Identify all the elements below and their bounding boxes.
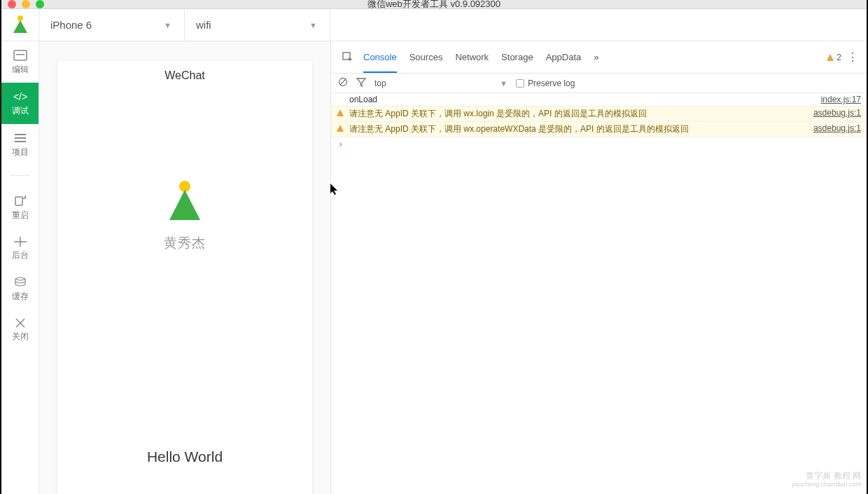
network-value: wifi	[196, 19, 211, 31]
svg-rect-1	[14, 50, 27, 60]
minimize-window-button[interactable]	[22, 0, 30, 8]
sidebar-label: 后台	[12, 249, 29, 261]
devtools-menu-button[interactable]: ⋮	[847, 50, 858, 64]
svg-rect-7	[15, 197, 22, 205]
warning-counter[interactable]: 2	[826, 53, 841, 62]
sidebar-item-close[interactable]: 关闭	[1, 310, 38, 350]
svg-line-15	[340, 79, 346, 85]
network-select[interactable]: wifi ▼	[185, 9, 330, 41]
close-window-button[interactable]	[8, 0, 16, 8]
sidebar-label: 重启	[12, 210, 29, 221]
log-message: onLoad	[349, 95, 377, 104]
restart-icon	[14, 194, 27, 207]
sidebar-label: 项目	[12, 146, 29, 158]
toolbar: iPhone 6 ▼ wifi ▼	[39, 9, 867, 41]
hello-text: Hello World	[147, 448, 223, 465]
preserve-log-toggle[interactable]: Preserve log	[516, 78, 575, 88]
tab-network[interactable]: Network	[455, 41, 489, 73]
log-source-link[interactable]: index.js:17	[821, 95, 861, 104]
sidebar-item-project[interactable]: 项目	[1, 124, 38, 165]
edit-icon	[13, 50, 27, 61]
tab-console[interactable]: Console	[363, 41, 397, 73]
sidebar-label: 调试	[12, 105, 29, 117]
svg-rect-4	[15, 134, 26, 135]
device-select[interactable]: iPhone 6 ▼	[39, 9, 185, 41]
sidebar-label: 关闭	[12, 331, 29, 343]
menu-icon	[13, 132, 27, 144]
console-output[interactable]: onLoad index.js:17 请注意无 AppID 关联下，调用 wx.…	[331, 93, 867, 494]
chevron-down-icon: ▼	[309, 21, 317, 29]
close-icon	[15, 318, 25, 328]
preserve-log-label: Preserve log	[528, 78, 575, 88]
log-source-link[interactable]: asdebug.js:1	[813, 108, 861, 120]
context-value: top	[374, 78, 386, 88]
tabs-overflow[interactable]: »	[594, 41, 598, 73]
warning-count: 2	[836, 53, 841, 62]
sidebar-item-restart[interactable]: 重启	[1, 186, 38, 228]
tab-sources[interactable]: Sources	[410, 41, 443, 73]
svg-text:</>: </>	[13, 91, 27, 102]
app-logo	[1, 9, 38, 41]
execution-context-select[interactable]: top ▼	[374, 78, 507, 88]
tab-storage[interactable]: Storage	[501, 41, 533, 73]
sidebar-item-cache[interactable]: 缓存	[1, 268, 38, 310]
checkbox-icon	[516, 79, 524, 88]
cache-icon	[14, 277, 27, 288]
tab-appdata[interactable]: AppData	[546, 41, 582, 73]
filter-button[interactable]	[356, 77, 366, 89]
sidebar-item-edit[interactable]: 编辑	[1, 41, 38, 83]
console-prompt[interactable]: ›	[331, 137, 867, 151]
svg-rect-5	[15, 137, 26, 139]
sidebar-label: 编辑	[12, 64, 29, 76]
inspect-element-button[interactable]	[340, 49, 356, 66]
console-warn-row: 请注意无 AppID 关联下，调用 wx.operateWXData 是受限的，…	[331, 122, 867, 137]
devtools-pane: Console Sources Network Storage AppData …	[330, 41, 867, 494]
debug-icon: </>	[13, 91, 28, 102]
console-log-row: onLoad index.js:17	[331, 93, 867, 107]
sidebar: 编辑 </> 调试 项目 重启 后台 缓存	[1, 9, 39, 494]
background-icon	[14, 237, 27, 247]
phone-frame: WeChat 黄秀杰 Hello World	[57, 61, 312, 494]
chevron-down-icon: ▼	[500, 79, 507, 88]
sidebar-label: 缓存	[12, 291, 29, 303]
window-title: 微信web开发者工具 v0.9.092300	[1, 0, 867, 11]
phone-header: WeChat	[57, 61, 312, 90]
avatar-tree-icon	[165, 179, 204, 223]
sidebar-item-debug[interactable]: </> 调试	[1, 83, 38, 124]
user-name: 黄秀杰	[164, 234, 206, 252]
warning-icon	[826, 53, 834, 62]
titlebar: 微信web开发者工具 v0.9.092300	[1, 0, 867, 9]
clear-console-button[interactable]	[338, 77, 348, 89]
svg-rect-2	[16, 54, 24, 55]
tree-icon	[11, 15, 29, 36]
svg-point-0	[18, 15, 23, 21]
device-value: iPhone 6	[50, 19, 92, 31]
console-warn-row: 请注意无 AppID 关联下，调用 wx.login 是受限的，API 的返回是…	[331, 107, 867, 122]
log-source-link[interactable]: asdebug.js:1	[813, 123, 861, 135]
log-message: 请注意无 AppID 关联下，调用 wx.login 是受限的，API 的返回是…	[349, 108, 647, 120]
sidebar-separator	[10, 175, 30, 176]
svg-rect-6	[15, 141, 26, 142]
simulator-pane: WeChat 黄秀杰 Hello World	[39, 41, 330, 494]
maximize-window-button[interactable]	[36, 0, 44, 8]
log-message: 请注意无 AppID 关联下，调用 wx.operateWXData 是受限的，…	[349, 123, 689, 135]
sidebar-item-background[interactable]: 后台	[1, 228, 38, 268]
chevron-down-icon: ▼	[164, 21, 172, 29]
